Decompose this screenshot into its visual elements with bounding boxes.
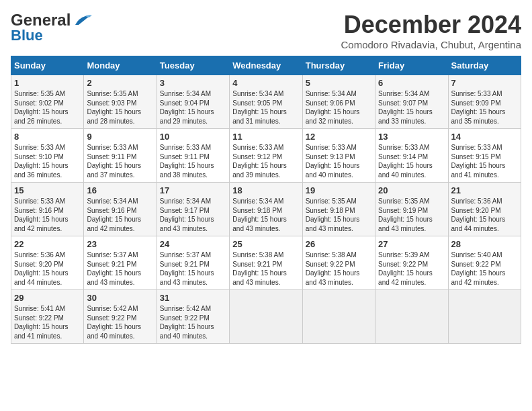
day-number: 13 [378,132,445,142]
calendar-cell: 26Sunrise: 5:38 AMSunset: 9:22 PMDayligh… [302,236,375,290]
cell-info: Sunrise: 5:33 AMSunset: 9:10 PMDaylight:… [14,144,69,179]
calendar-cell: 14Sunrise: 5:33 AMSunset: 9:15 PMDayligh… [448,129,521,183]
cell-info: Sunrise: 5:39 AMSunset: 9:22 PMDaylight:… [378,251,433,286]
day-number: 17 [160,185,226,195]
cell-info: Sunrise: 5:33 AMSunset: 9:13 PMDaylight:… [306,144,360,179]
calendar-week-1: 1Sunrise: 5:35 AMSunset: 9:02 PMDaylight… [11,75,521,129]
day-number: 25 [232,239,299,249]
day-number: 18 [232,185,299,195]
month-title: December 2024 [341,11,522,39]
cell-info: Sunrise: 5:33 AMSunset: 9:15 PMDaylight:… [451,144,506,179]
day-number: 6 [378,78,445,88]
cell-info: Sunrise: 5:38 AMSunset: 9:22 PMDaylight:… [306,251,360,286]
calendar-cell: 18Sunrise: 5:34 AMSunset: 9:18 PMDayligh… [230,183,302,236]
logo: General Blue [11,11,92,44]
day-header-sunday: Sunday [11,56,84,75]
cell-info: Sunrise: 5:34 AMSunset: 9:07 PMDaylight:… [378,90,433,125]
calendar-cell: 9Sunrise: 5:33 AMSunset: 9:11 PMDaylight… [84,129,157,183]
day-number: 19 [306,185,372,195]
cell-info: Sunrise: 5:33 AMSunset: 9:09 PMDaylight:… [451,90,506,125]
calendar-cell [375,290,448,344]
calendar-cell: 30Sunrise: 5:42 AMSunset: 9:22 PMDayligh… [84,290,157,344]
cell-info: Sunrise: 5:38 AMSunset: 9:21 PMDaylight:… [232,251,287,286]
cell-info: Sunrise: 5:37 AMSunset: 9:21 PMDaylight:… [160,251,214,286]
day-number: 5 [306,78,372,88]
day-number: 28 [451,239,518,249]
calendar-cell: 17Sunrise: 5:34 AMSunset: 9:17 PMDayligh… [157,183,229,236]
calendar-cell: 11Sunrise: 5:33 AMSunset: 9:12 PMDayligh… [230,129,302,183]
day-number: 2 [87,78,153,88]
calendar-cell: 29Sunrise: 5:41 AMSunset: 9:22 PMDayligh… [11,290,84,344]
calendar-cell: 6Sunrise: 5:34 AMSunset: 9:07 PMDaylight… [375,75,448,129]
days-header-row: SundayMondayTuesdayWednesdayThursdayFrid… [11,56,521,75]
day-number: 9 [87,132,153,142]
day-number: 16 [87,185,153,195]
calendar-cell: 20Sunrise: 5:35 AMSunset: 9:19 PMDayligh… [375,183,448,236]
calendar-cell: 25Sunrise: 5:38 AMSunset: 9:21 PMDayligh… [230,236,302,290]
day-header-thursday: Thursday [302,56,375,75]
day-header-monday: Monday [84,56,157,75]
calendar-cell: 4Sunrise: 5:34 AMSunset: 9:05 PMDaylight… [230,75,302,129]
cell-info: Sunrise: 5:34 AMSunset: 9:17 PMDaylight:… [160,197,214,232]
cell-info: Sunrise: 5:34 AMSunset: 9:05 PMDaylight:… [232,90,287,125]
title-block: December 2024 Comodoro Rivadavia, Chubut… [341,11,522,50]
day-number: 1 [14,78,81,88]
day-number: 22 [14,239,81,249]
day-number: 14 [451,132,518,142]
day-header-friday: Friday [375,56,448,75]
day-number: 12 [306,132,372,142]
calendar-cell: 10Sunrise: 5:33 AMSunset: 9:11 PMDayligh… [157,129,229,183]
day-number: 20 [378,185,445,195]
calendar-cell: 28Sunrise: 5:40 AMSunset: 9:22 PMDayligh… [448,236,521,290]
day-header-wednesday: Wednesday [230,56,302,75]
day-number: 27 [378,239,445,249]
cell-info: Sunrise: 5:33 AMSunset: 9:14 PMDaylight:… [378,144,433,179]
calendar-cell [230,290,302,344]
day-number: 31 [160,293,226,303]
cell-info: Sunrise: 5:34 AMSunset: 9:04 PMDaylight:… [160,90,214,125]
cell-info: Sunrise: 5:34 AMSunset: 9:18 PMDaylight:… [232,197,287,232]
cell-info: Sunrise: 5:37 AMSunset: 9:21 PMDaylight:… [87,251,141,286]
day-number: 10 [160,132,226,142]
cell-info: Sunrise: 5:35 AMSunset: 9:18 PMDaylight:… [306,197,360,232]
cell-info: Sunrise: 5:35 AMSunset: 9:03 PMDaylight:… [87,90,141,125]
cell-info: Sunrise: 5:40 AMSunset: 9:22 PMDaylight:… [451,251,506,286]
day-number: 29 [14,293,81,303]
day-header-tuesday: Tuesday [157,56,229,75]
day-number: 24 [160,239,226,249]
calendar-week-3: 15Sunrise: 5:33 AMSunset: 9:16 PMDayligh… [11,183,521,236]
calendar-cell: 21Sunrise: 5:36 AMSunset: 9:20 PMDayligh… [448,183,521,236]
cell-info: Sunrise: 5:42 AMSunset: 9:22 PMDaylight:… [160,305,214,340]
cell-info: Sunrise: 5:36 AMSunset: 9:20 PMDaylight:… [451,197,506,232]
day-number: 26 [306,239,372,249]
logo-bird-icon [72,13,92,28]
calendar-cell [448,290,521,344]
cell-info: Sunrise: 5:34 AMSunset: 9:06 PMDaylight:… [306,90,360,125]
logo-blue: Blue [11,27,43,44]
cell-info: Sunrise: 5:42 AMSunset: 9:22 PMDaylight:… [87,305,141,340]
cell-info: Sunrise: 5:36 AMSunset: 9:20 PMDaylight:… [14,251,69,286]
calendar-cell: 27Sunrise: 5:39 AMSunset: 9:22 PMDayligh… [375,236,448,290]
day-header-saturday: Saturday [448,56,521,75]
cell-info: Sunrise: 5:34 AMSunset: 9:16 PMDaylight:… [87,197,141,232]
cell-info: Sunrise: 5:35 AMSunset: 9:02 PMDaylight:… [14,90,69,125]
cell-info: Sunrise: 5:35 AMSunset: 9:19 PMDaylight:… [378,197,433,232]
calendar-cell: 3Sunrise: 5:34 AMSunset: 9:04 PMDaylight… [157,75,229,129]
day-number: 15 [14,185,81,195]
calendar-cell: 8Sunrise: 5:33 AMSunset: 9:10 PMDaylight… [11,129,84,183]
calendar-cell: 15Sunrise: 5:33 AMSunset: 9:16 PMDayligh… [11,183,84,236]
page-header: General Blue December 2024 Comodoro Riva… [11,11,521,50]
cell-info: Sunrise: 5:33 AMSunset: 9:12 PMDaylight:… [232,144,287,179]
calendar-cell: 5Sunrise: 5:34 AMSunset: 9:06 PMDaylight… [302,75,375,129]
location-title: Comodoro Rivadavia, Chubut, Argentina [341,39,522,50]
cell-info: Sunrise: 5:33 AMSunset: 9:16 PMDaylight:… [14,197,69,232]
calendar-week-2: 8Sunrise: 5:33 AMSunset: 9:10 PMDaylight… [11,129,521,183]
calendar-week-4: 22Sunrise: 5:36 AMSunset: 9:20 PMDayligh… [11,236,521,290]
calendar-cell: 1Sunrise: 5:35 AMSunset: 9:02 PMDaylight… [11,75,84,129]
calendar-cell: 24Sunrise: 5:37 AMSunset: 9:21 PMDayligh… [157,236,229,290]
calendar-cell: 31Sunrise: 5:42 AMSunset: 9:22 PMDayligh… [157,290,229,344]
calendar-week-5: 29Sunrise: 5:41 AMSunset: 9:22 PMDayligh… [11,290,521,344]
calendar-cell: 7Sunrise: 5:33 AMSunset: 9:09 PMDaylight… [448,75,521,129]
day-number: 8 [14,132,81,142]
day-number: 4 [232,78,299,88]
